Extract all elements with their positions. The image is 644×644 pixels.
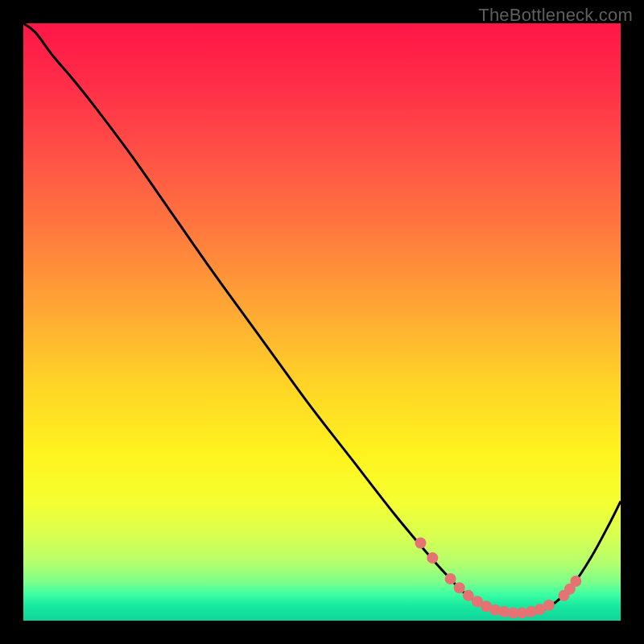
data-dot [445, 573, 456, 584]
data-dot [454, 582, 465, 593]
plot-background [23, 23, 621, 621]
data-dot [543, 600, 555, 611]
data-dot [570, 576, 581, 587]
data-dot [415, 538, 426, 549]
chart-stage: TheBottleneck.com [0, 0, 644, 644]
watermark-text: TheBottleneck.com [478, 5, 633, 26]
chart-svg [0, 0, 644, 644]
data-dot [427, 552, 438, 564]
